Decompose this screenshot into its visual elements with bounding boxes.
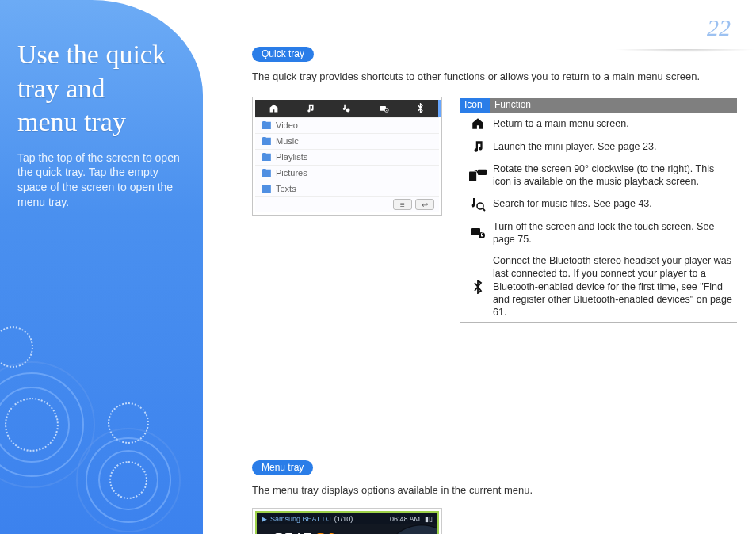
table-row: Rotate the screen 90° clockwise (to the … xyxy=(460,158,737,193)
player-source: Samsung BEAT DJ xyxy=(270,515,331,523)
svg-point-1 xyxy=(384,109,388,113)
folder-label: Pictures xyxy=(276,168,307,177)
quick-tray-footer: ≡ ↩ xyxy=(255,196,439,212)
function-text: Connect the Bluetooth stereo headset you… xyxy=(493,254,734,318)
table-row: Connect the Bluetooth stereo headset you… xyxy=(460,250,737,323)
function-text: Return to a main menu screen. xyxy=(493,117,734,130)
table-row: Turn off the screen and lock the touch s… xyxy=(460,216,737,251)
menu-icon[interactable]: ≡ xyxy=(393,199,412,210)
function-text: Turn off the screen and lock the touch s… xyxy=(493,220,734,246)
quick-tray-row[interactable]: Video xyxy=(255,117,439,133)
album-art-disc-icon xyxy=(382,524,439,534)
function-text: Search for music files. See page 43. xyxy=(493,197,734,210)
title-line: Use the quick xyxy=(17,40,166,69)
function-text: Launch the mini player. See page 23. xyxy=(493,140,734,153)
quick-tray-row[interactable]: Pictures xyxy=(255,165,439,181)
player-title: BEAT DJ xyxy=(274,530,334,534)
note-search-icon xyxy=(470,197,486,212)
player-statusbar: ▶ Samsung BEAT DJ (1/10) 06:48 AM ▮▯ xyxy=(257,513,437,524)
back-icon[interactable]: ↩ xyxy=(415,199,434,210)
section-heading-quick-tray: Quick tray xyxy=(252,47,314,62)
table-row: Search for music files. See page 43. xyxy=(460,193,737,216)
menu-tray-description: The menu tray displays options available… xyxy=(252,483,737,498)
lock-icon[interactable] xyxy=(378,103,389,114)
title-line: tray and xyxy=(17,74,105,103)
table-row: Launch the mini player. See page 23. xyxy=(460,135,737,158)
quick-tray-topbar xyxy=(255,100,439,117)
col-icon-header: Icon xyxy=(460,98,490,113)
home-icon xyxy=(471,116,485,131)
col-function-header: Function xyxy=(490,99,531,112)
title-line: menu tray xyxy=(17,107,126,136)
page-subtitle: Tap the top of the screen to open the qu… xyxy=(0,139,203,211)
player-track-count: (1/10) xyxy=(334,515,353,523)
bluetooth-icon[interactable] xyxy=(415,103,426,114)
folder-label: Video xyxy=(276,120,298,130)
page-title: Use the quick tray and menu tray xyxy=(0,0,203,139)
player-screen: ▶ Samsung BEAT DJ (1/10) 06:48 AM ▮▯ BEA… xyxy=(255,511,439,534)
music-icon[interactable] xyxy=(305,103,316,114)
svg-point-4 xyxy=(477,203,483,209)
menu-tray-section: Menu tray The menu tray displays options… xyxy=(252,460,737,534)
quick-tray-row[interactable]: Playlists xyxy=(255,149,439,165)
svg-rect-3 xyxy=(478,170,487,175)
quick-tray-screenshot: Video Music Playlists Pictures Texts ≡ ↩ xyxy=(252,97,442,216)
sidebar-panel: Use the quick tray and menu tray Tap the… xyxy=(0,0,203,534)
play-indicator-icon: ▶ xyxy=(262,515,267,523)
quick-tray-row[interactable]: Texts xyxy=(255,181,439,196)
title-part: BEAT xyxy=(274,530,311,534)
folder-label: Texts xyxy=(276,184,296,193)
decorative-ring-icon xyxy=(5,398,59,452)
main-content: Quick tray The quick tray provides short… xyxy=(252,46,737,534)
battery-icon: ▮▯ xyxy=(425,515,433,523)
page-number: 22 xyxy=(707,14,731,41)
bluetooth-icon xyxy=(472,280,484,294)
section-heading-menu-tray: Menu tray xyxy=(252,460,313,475)
icon-function-table: Icon Function Return to a main menu scre… xyxy=(460,98,737,323)
rotate-icon xyxy=(469,169,487,181)
player-clock: 06:48 AM xyxy=(390,515,420,523)
decorative-ring-icon xyxy=(109,461,147,499)
home-icon[interactable] xyxy=(268,103,279,114)
table-row: Return to a main menu screen. xyxy=(460,113,737,135)
svg-rect-2 xyxy=(469,172,476,181)
folder-label: Music xyxy=(276,136,299,146)
table-header: Icon Function xyxy=(460,98,737,113)
folder-label: Playlists xyxy=(276,152,307,162)
menu-tray-screenshot: ▶ Samsung BEAT DJ (1/10) 06:48 AM ▮▯ BEA… xyxy=(252,508,442,534)
music-icon xyxy=(471,139,485,154)
function-text: Rotate the screen 90° clockwise (to the … xyxy=(493,162,734,189)
note-search-icon[interactable] xyxy=(342,103,353,114)
svg-rect-5 xyxy=(471,228,480,235)
lock-icon xyxy=(470,227,486,239)
quick-tray-row[interactable]: Music xyxy=(255,133,439,149)
title-part: DJ xyxy=(311,530,334,534)
quick-tray-description: The quick tray provides shortcuts to oth… xyxy=(252,70,737,84)
svg-rect-7 xyxy=(481,235,483,236)
